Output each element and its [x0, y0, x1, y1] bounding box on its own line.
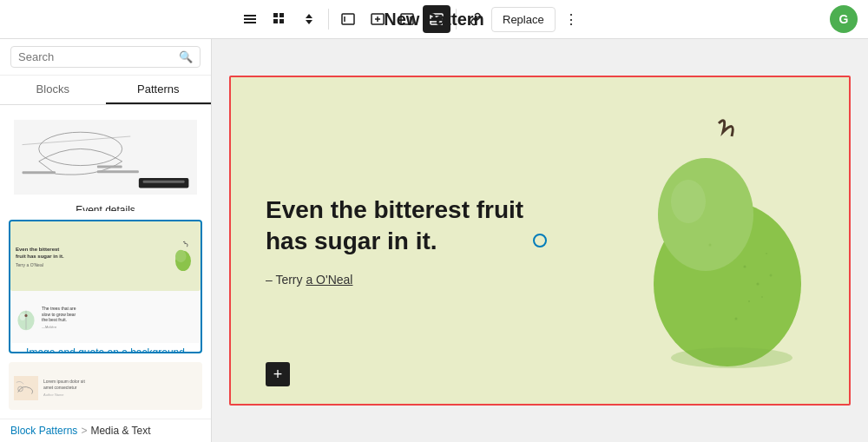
- sidebar-search-area: 🔍: [0, 39, 211, 76]
- svg-point-33: [24, 314, 27, 317]
- quote-card-label[interactable]: Image and quote on a background: [10, 343, 201, 353]
- content-block[interactable]: Even the bitterest fruit has sugar in it…: [229, 76, 851, 406]
- pear-half-icon: [16, 303, 36, 331]
- pear-large-icon: [623, 110, 814, 371]
- event-preview: →: [9, 114, 202, 201]
- event-card-label: Event details: [9, 201, 202, 211]
- svg-point-41: [748, 300, 750, 302]
- pear-small-icon: [171, 241, 195, 272]
- svg-rect-25: [97, 170, 139, 173]
- content-text-area: Even the bitterest fruit has sugar in it…: [266, 195, 606, 287]
- quote-line2: fruit has sugar in it.: [16, 253, 166, 260]
- main-quote-text: Even the bitterest fruit has sugar in it…: [266, 195, 543, 258]
- sidebar-tabs: Blocks Patterns: [0, 76, 211, 105]
- card3-text-area: Lorem ipsum dolor sit amet consectetur A…: [43, 379, 197, 397]
- svg-point-47: [671, 347, 792, 368]
- separator-1: [328, 9, 329, 30]
- trees-quote-text: The trees that are slow to grow bear the…: [42, 306, 195, 329]
- search-input[interactable]: [18, 50, 174, 63]
- svg-rect-2: [244, 22, 256, 23]
- svg-rect-10: [342, 14, 354, 24]
- svg-point-42: [735, 318, 738, 320]
- svg-rect-7: [279, 19, 284, 23]
- svg-point-37: [658, 158, 753, 271]
- svg-point-32: [20, 313, 25, 320]
- svg-point-43: [761, 296, 763, 298]
- breadcrumb: Block Patterns > Media & Text: [0, 419, 211, 442]
- attribution-link[interactable]: a O'Neal: [306, 273, 352, 287]
- move-updown-btn[interactable]: [295, 5, 323, 33]
- breadcrumb-sep: >: [81, 425, 87, 437]
- sidebar: 🔍 Blocks Patterns: [0, 39, 212, 442]
- page-title: New Pattern: [384, 10, 484, 30]
- top-bar: New Pattern: [0, 0, 868, 39]
- sidebar-content: → Event details Even the bitterest fruit…: [0, 105, 211, 419]
- svg-marker-9: [306, 20, 312, 24]
- svg-rect-4: [273, 13, 278, 17]
- svg-point-45: [766, 253, 767, 254]
- pattern-card-quote[interactable]: Even the bitterest fruit has sugar in it…: [9, 220, 202, 353]
- svg-rect-34: [14, 376, 38, 400]
- quote-text: Even the bitterest fruit has sugar in it…: [16, 246, 166, 267]
- search-icon: 🔍: [179, 50, 193, 63]
- svg-rect-24: [97, 166, 122, 168]
- trees-quote-preview: The trees that are slow to grow bear the…: [10, 291, 201, 343]
- svg-rect-5: [279, 13, 284, 17]
- main-canvas[interactable]: Even the bitterest fruit has sugar in it…: [212, 39, 868, 442]
- quote-line1: Even the bitterest fruit: [266, 196, 523, 223]
- main-attribution: – Terry a O'Neal: [266, 273, 606, 287]
- svg-marker-8: [306, 14, 312, 18]
- main-layout: 🔍 Blocks Patterns: [0, 39, 868, 442]
- more-options-button[interactable]: ⋮: [557, 5, 585, 33]
- bird-sketch-icon: [14, 376, 38, 400]
- svg-rect-27: [143, 181, 185, 183]
- search-wrap: 🔍: [10, 46, 201, 68]
- svg-rect-6: [273, 19, 278, 23]
- tab-patterns[interactable]: Patterns: [106, 76, 212, 104]
- svg-rect-1: [244, 18, 256, 20]
- replace-button[interactable]: Replace: [491, 7, 556, 32]
- pattern-card-bird[interactable]: Lorem ipsum dolor sit amet consectetur A…: [9, 362, 202, 410]
- align-left-btn[interactable]: [334, 5, 362, 33]
- quote-preview-top: Even the bitterest fruit has sugar in it…: [10, 221, 201, 343]
- quote-attr: Terry a O'Neal: [16, 262, 166, 267]
- svg-point-38: [671, 180, 706, 223]
- bird-preview: Lorem ipsum dolor sit amet consectetur A…: [9, 362, 202, 410]
- breadcrumb-media-text: Media & Text: [90, 425, 150, 437]
- resize-handle[interactable]: [533, 234, 547, 247]
- svg-rect-3: [244, 15, 256, 16]
- add-block-button[interactable]: +: [266, 362, 290, 386]
- svg-point-46: [709, 244, 712, 247]
- svg-point-39: [744, 266, 746, 268]
- svg-point-44: [770, 274, 773, 277]
- quote-preview-area: Even the bitterest fruit has sugar in it…: [10, 221, 201, 291]
- grid-view-btn[interactable]: [266, 5, 293, 33]
- user-avatar[interactable]: G: [830, 5, 858, 33]
- pattern-card-event[interactable]: → Event details: [9, 114, 202, 211]
- breadcrumb-block-patterns[interactable]: Block Patterns: [10, 425, 77, 437]
- tab-blocks[interactable]: Blocks: [0, 76, 106, 104]
- quote-line1: Even the bitterest: [16, 246, 166, 253]
- svg-rect-23: [23, 171, 56, 174]
- svg-point-40: [757, 283, 760, 286]
- list-view-btn[interactable]: [236, 5, 264, 33]
- svg-point-29: [175, 250, 187, 262]
- quote-line2: has sugar in it.: [266, 228, 437, 254]
